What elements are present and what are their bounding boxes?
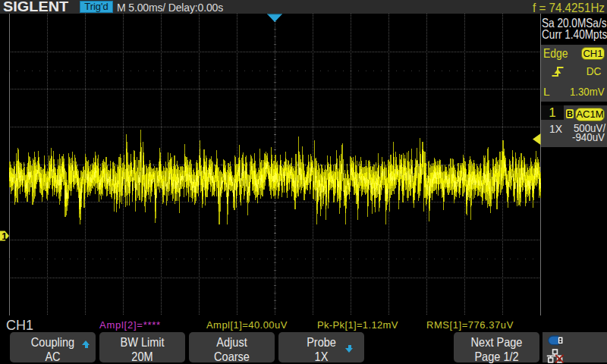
svg-text:1: 1	[2, 231, 7, 242]
